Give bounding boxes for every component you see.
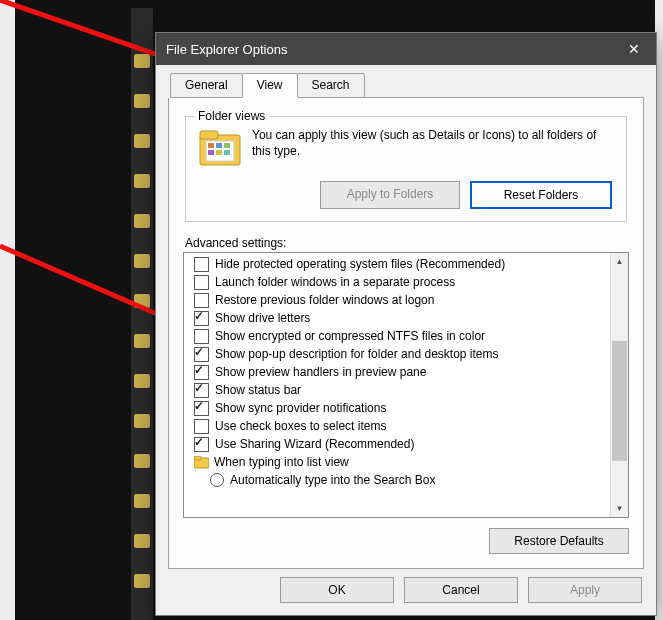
advanced-setting-item[interactable]: Use check boxes to select items [188,417,606,435]
checkbox-icon[interactable] [194,257,209,272]
advanced-setting-item[interactable]: Show sync provider notifications [188,399,606,417]
advanced-setting-label: Show status bar [215,383,301,397]
folder-views-group: Folder views You can apply this view (su… [185,116,627,222]
ok-button[interactable]: OK [280,577,394,603]
file-explorer-options-dialog: File Explorer Options ✕ General View Sea… [155,32,657,616]
cancel-button[interactable]: Cancel [404,577,518,603]
advanced-setting-item[interactable]: Show preview handlers in preview pane [188,363,606,381]
checkbox-icon[interactable] [194,275,209,290]
advanced-setting-label: Automatically type into the Search Box [230,473,435,487]
tab-view[interactable]: View [242,73,298,98]
advanced-settings-listbox[interactable]: Hide protected operating system files (R… [183,252,629,518]
advanced-setting-label: Restore previous folder windows at logon [215,293,434,307]
advanced-setting-item[interactable]: Show pop-up description for folder and d… [188,345,606,363]
svg-rect-5 [200,131,218,139]
folder-views-legend: Folder views [194,109,269,123]
svg-rect-10 [208,150,214,155]
dialog-title: File Explorer Options [166,42,612,57]
reset-folders-button[interactable]: Reset Folders [470,181,612,209]
advanced-setting-item[interactable]: Launch folder windows in a separate proc… [188,273,606,291]
scrollbar-vertical[interactable]: ▲ ▼ [610,253,628,517]
svg-rect-12 [224,150,230,155]
dialog-titlebar[interactable]: File Explorer Options ✕ [156,33,656,65]
advanced-setting-item[interactable]: When typing into list view [188,453,606,471]
advanced-setting-label: Show drive letters [215,311,310,325]
advanced-setting-label: Show preview handlers in preview pane [215,365,426,379]
checkbox-icon[interactable] [194,293,209,308]
advanced-setting-label: Use Sharing Wizard (Recommended) [215,437,414,451]
checkbox-icon[interactable] [194,365,209,380]
radio-icon[interactable] [210,473,224,487]
tab-strip: General View Search [170,73,644,98]
svg-rect-8 [216,143,222,148]
advanced-setting-label: Use check boxes to select items [215,419,386,433]
advanced-setting-item[interactable]: Show drive letters [188,309,606,327]
advanced-setting-item[interactable]: Restore previous folder windows at logon [188,291,606,309]
checkbox-icon[interactable] [194,383,209,398]
scrollbar-up-icon[interactable]: ▲ [611,253,628,270]
folder-views-description: You can apply this view (such as Details… [252,127,616,171]
advanced-setting-label: Show pop-up description for folder and d… [215,347,499,361]
checkbox-icon[interactable] [194,437,209,452]
checkbox-icon[interactable] [194,419,209,434]
checkbox-icon[interactable] [194,347,209,362]
tab-general[interactable]: General [170,73,243,98]
advanced-setting-item[interactable]: Show status bar [188,381,606,399]
advanced-setting-label: Hide protected operating system files (R… [215,257,505,271]
apply-button: Apply [528,577,642,603]
svg-rect-11 [216,150,222,155]
advanced-setting-label: Launch folder windows in a separate proc… [215,275,455,289]
advanced-settings-label: Advanced settings: [185,236,627,250]
advanced-setting-item[interactable]: Show encrypted or compressed NTFS files … [188,327,606,345]
checkbox-icon[interactable] [194,401,209,416]
advanced-setting-item[interactable]: Hide protected operating system files (R… [188,255,606,273]
folder-tree-icon [194,456,209,469]
restore-defaults-button[interactable]: Restore Defaults [489,528,629,554]
scrollbar-thumb[interactable] [612,341,627,461]
checkbox-icon[interactable] [194,311,209,326]
svg-rect-14 [194,456,201,460]
tab-panel-view: Folder views You can apply this view (su… [168,98,644,569]
advanced-setting-item[interactable]: Automatically type into the Search Box [188,471,606,489]
dialog-button-row: OK Cancel Apply [168,569,644,603]
advanced-setting-label: Show sync provider notifications [215,401,386,415]
advanced-setting-label: Show encrypted or compressed NTFS files … [215,329,485,343]
scrollbar-down-icon[interactable]: ▼ [611,500,628,517]
tab-search[interactable]: Search [297,73,365,98]
close-icon[interactable]: ✕ [612,33,656,65]
apply-to-folders-button: Apply to Folders [320,181,460,209]
advanced-setting-item[interactable]: Use Sharing Wizard (Recommended) [188,435,606,453]
background-thumbnail-strip [131,8,153,620]
checkbox-icon[interactable] [194,329,209,344]
folder-icon [198,127,242,171]
advanced-setting-label: When typing into list view [214,455,349,469]
svg-rect-7 [208,143,214,148]
svg-rect-9 [224,143,230,148]
